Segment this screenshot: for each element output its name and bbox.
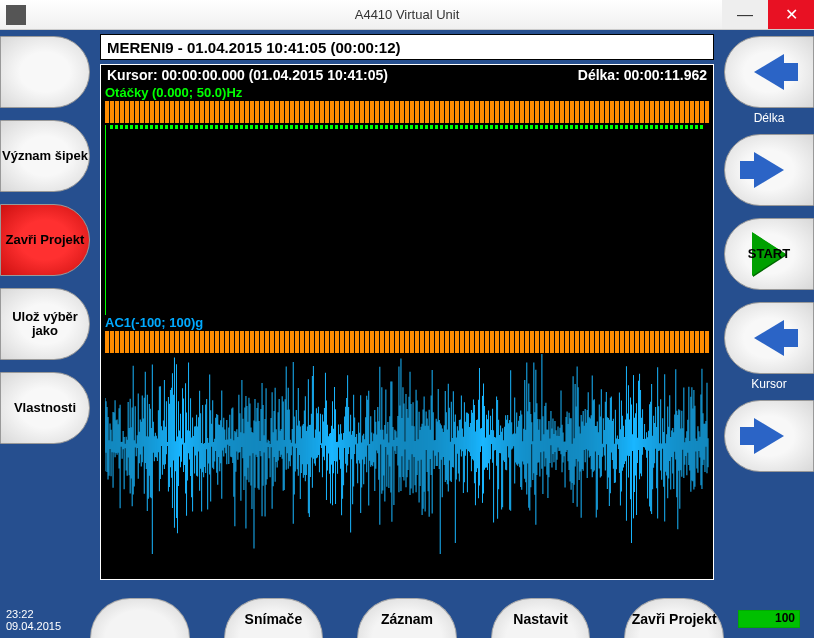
minimize-button[interactable]: — bbox=[722, 0, 768, 29]
tab-settings[interactable]: Nastavit bbox=[491, 598, 591, 638]
right-btn-length-next[interactable] bbox=[724, 134, 814, 206]
cursor-readout: Kursor: 00:00:00.000 (01.04.2015 10:41:0… bbox=[107, 67, 388, 83]
series1-label: Otáčky (0.000; 50.0)Hz bbox=[101, 85, 713, 100]
tab-record[interactable]: Záznam bbox=[357, 598, 457, 638]
window-titlebar: A4410 Virtual Unit — ✕ bbox=[0, 0, 814, 30]
close-button[interactable]: ✕ bbox=[768, 0, 814, 29]
right-btn-cursor-next[interactable] bbox=[724, 400, 814, 472]
signal-display: Kursor: 00:00:00.000 (01.04.2015 10:41:0… bbox=[100, 64, 714, 580]
app-icon bbox=[6, 5, 26, 25]
record-header: MERENI9 - 01.04.2015 10:41:05 (00:00:12) bbox=[100, 34, 714, 60]
series1-scale bbox=[105, 101, 709, 123]
tab-1[interactable] bbox=[90, 598, 190, 638]
left-btn-properties[interactable]: Vlastnosti bbox=[0, 372, 90, 444]
series1-plot[interactable] bbox=[105, 125, 709, 315]
tab-close-project[interactable]: Zavři Projekt bbox=[624, 598, 724, 638]
arrow-right-icon bbox=[754, 418, 784, 454]
window-buttons: — ✕ bbox=[722, 0, 814, 29]
left-btn-arrows-meaning[interactable]: Význam šipek bbox=[0, 120, 90, 192]
series2-wave bbox=[105, 354, 709, 554]
series1-trace bbox=[110, 125, 705, 129]
info-row: Kursor: 00:00:00.000 (01.04.2015 10:41:0… bbox=[101, 65, 713, 85]
length-readout: Délka: 00:00:11.962 bbox=[578, 67, 707, 83]
right-btn-start[interactable]: START bbox=[724, 218, 814, 290]
clock-time: 23:22 bbox=[6, 608, 61, 620]
series2-scale bbox=[105, 331, 709, 353]
bottom-bar: 23:22 09.04.2015 Snímače Záznam Nastavit… bbox=[0, 580, 814, 638]
start-label: START bbox=[748, 247, 790, 261]
clock-date: 09.04.2015 bbox=[6, 620, 61, 632]
right-btn-cursor-prev[interactable]: Kursor bbox=[724, 302, 814, 374]
battery-indicator: 100 bbox=[738, 610, 800, 628]
left-sidebuttons: Význam šipek Zavři Projekt Ulož výběr ja… bbox=[0, 30, 100, 580]
arrow-left-icon bbox=[754, 320, 784, 356]
window-title: A4410 Virtual Unit bbox=[355, 7, 460, 22]
left-btn-close-project[interactable]: Zavři Projekt bbox=[0, 204, 90, 276]
tab-sensors[interactable]: Snímače bbox=[224, 598, 324, 638]
left-btn-save-selection-as[interactable]: Ulož výběr jako bbox=[0, 288, 90, 360]
right-btn-length-prev[interactable]: Délka bbox=[724, 36, 814, 108]
left-btn-1[interactable] bbox=[0, 36, 90, 108]
right-btn4-caption: Kursor bbox=[725, 378, 813, 391]
right-btn1-caption: Délka bbox=[725, 112, 813, 125]
clock: 23:22 09.04.2015 bbox=[6, 608, 61, 632]
arrow-right-icon bbox=[754, 152, 784, 188]
series2-label: AC1(-100; 100)g bbox=[101, 315, 713, 330]
bottom-tabs: Snímače Záznam Nastavit Zavři Projekt bbox=[90, 586, 724, 638]
app-body: MERENI9 - 01.04.2015 10:41:05 (00:00:12)… bbox=[0, 30, 814, 638]
right-sidebuttons: Délka START Kursor bbox=[714, 30, 814, 580]
series2-plot[interactable] bbox=[105, 354, 709, 554]
arrow-left-icon bbox=[754, 54, 784, 90]
